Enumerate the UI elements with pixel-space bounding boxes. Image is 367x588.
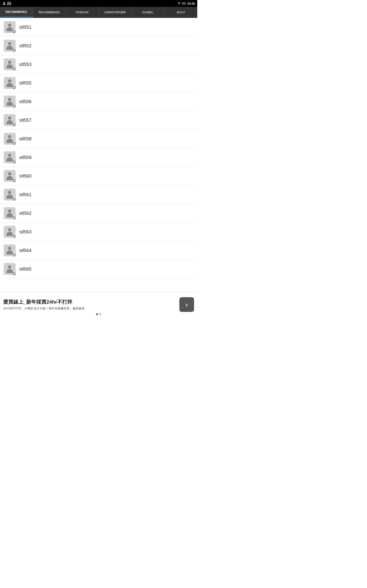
user-list: + stl551 + stl552 + stl553 + stl555 + st… <box>0 18 197 292</box>
ad-dot-1 <box>96 313 98 315</box>
status-bar: ! 23:20 <box>0 0 197 7</box>
ad-subtitle: 24小時不打烊，10萬紅包天天搶！過年在家瘋採買，越買越省 <box>3 306 176 311</box>
person-icon <box>6 228 14 236</box>
person-icon <box>6 97 14 106</box>
tab-christopher[interactable]: CHRISTOPHER <box>99 7 132 17</box>
ad-pagination-dots <box>96 313 101 315</box>
user-avatar: + <box>4 40 16 52</box>
add-user-icon: + <box>12 160 16 164</box>
user-list-item[interactable]: + stl560 <box>0 167 197 185</box>
user-name: stl559 <box>19 155 31 160</box>
user-list-item[interactable]: + stl559 <box>0 148 197 167</box>
svg-rect-10 <box>183 3 184 4</box>
add-user-icon: + <box>12 30 16 34</box>
add-user-icon: + <box>12 234 16 238</box>
add-user-icon: + <box>12 67 16 71</box>
ad-arrow-button[interactable]: › <box>179 297 194 312</box>
user-avatar: + <box>4 189 16 200</box>
person-icon <box>6 265 14 273</box>
user-avatar: + <box>4 133 16 145</box>
user-avatar: + <box>4 151 16 163</box>
user-avatar: + <box>4 21 16 33</box>
svg-rect-1 <box>4 3 4 5</box>
user-name: stl565 <box>19 267 31 272</box>
person-icon <box>6 23 14 31</box>
user-list-item[interactable]: + stl561 <box>0 185 197 204</box>
add-user-icon: + <box>12 141 16 145</box>
svg-point-5 <box>5 4 5 5</box>
user-name: stl555 <box>19 80 31 86</box>
person-icon <box>6 153 14 162</box>
ad-dot-2 <box>99 313 101 315</box>
add-user-icon: + <box>12 86 16 89</box>
user-avatar: + <box>4 244 16 256</box>
add-user-icon: + <box>12 123 16 127</box>
user-list-item[interactable]: + stl562 <box>0 204 197 223</box>
user-list-item[interactable]: + stl551 <box>0 18 197 36</box>
tab-recommend2[interactable]: RECOMMEND2 <box>33 7 66 17</box>
tab-bayu[interactable]: BAYU <box>165 7 198 17</box>
user-avatar: + <box>4 58 16 70</box>
tab-bar: RECOMMEND1 RECOMMEND2 XVESVIA CHRISTOPHE… <box>0 7 197 18</box>
user-list-item[interactable]: + stl553 <box>0 55 197 74</box>
user-list-item[interactable]: + stl558 <box>0 130 197 148</box>
tab-daniel[interactable]: DANIEL <box>132 7 165 17</box>
svg-text:!: ! <box>184 3 184 4</box>
image-icon <box>7 2 11 5</box>
person-icon <box>6 209 14 217</box>
tab-xvesvia[interactable]: XVESVIA <box>66 7 99 17</box>
tab-recommend1[interactable]: RECOMMEND1 <box>0 7 33 17</box>
user-avatar: + <box>4 77 16 89</box>
svg-point-4 <box>3 4 4 5</box>
person-icon <box>6 190 14 199</box>
user-name: stl557 <box>19 118 31 123</box>
user-name: stl561 <box>19 192 31 197</box>
person-icon <box>6 246 14 254</box>
person-icon <box>6 79 14 87</box>
user-name: stl560 <box>19 173 31 179</box>
ad-banner: 愛買線上_新年採買24hr不打烊 24小時不打烊，10萬紅包天天搶！過年在家瘋採… <box>0 292 197 317</box>
clock: 23:20 <box>187 2 195 5</box>
status-right-icons: ! 23:20 <box>177 2 195 5</box>
add-user-icon: + <box>12 179 16 182</box>
user-list-item[interactable]: + stl565 <box>0 260 197 278</box>
add-user-icon: + <box>12 272 16 275</box>
user-name: stl564 <box>19 248 31 253</box>
user-avatar: + <box>4 263 16 275</box>
svg-rect-9 <box>185 3 186 4</box>
ad-arrow-icon: › <box>186 301 188 308</box>
user-name: stl552 <box>19 43 31 48</box>
ad-content: 愛買線上_新年採買24hr不打烊 24小時不打烊，10萬紅包天天搶！過年在家瘋採… <box>0 296 179 313</box>
wifi-icon <box>177 2 181 5</box>
user-name: stl551 <box>19 25 31 30</box>
user-name: stl562 <box>19 211 31 216</box>
user-name: stl553 <box>19 62 31 67</box>
status-left-icons <box>2 2 11 5</box>
user-avatar: + <box>4 170 16 182</box>
svg-point-7 <box>8 3 9 3</box>
user-avatar: + <box>4 207 16 219</box>
add-user-icon: + <box>12 197 16 201</box>
user-avatar: + <box>4 226 16 238</box>
user-list-item[interactable]: + stl555 <box>0 74 197 92</box>
svg-rect-0 <box>4 2 5 3</box>
person-icon <box>6 116 14 124</box>
user-name: stl556 <box>19 99 31 104</box>
person-icon <box>6 60 14 69</box>
user-list-item[interactable]: + stl552 <box>0 36 197 55</box>
person-icon <box>6 42 14 50</box>
usb-icon <box>2 2 6 5</box>
person-icon <box>6 135 14 143</box>
battery-warning-icon: ! <box>182 2 186 5</box>
person-icon <box>6 172 14 180</box>
add-user-icon: + <box>12 216 16 220</box>
add-user-icon: + <box>12 104 16 108</box>
add-user-icon: + <box>12 48 16 52</box>
user-list-item[interactable]: + stl557 <box>0 111 197 130</box>
user-avatar: + <box>4 114 16 126</box>
user-list-item[interactable]: + stl564 <box>0 241 197 260</box>
ad-title: 愛買線上_新年採買24hr不打烊 <box>3 299 176 305</box>
user-list-item[interactable]: + stl556 <box>0 92 197 111</box>
user-list-item[interactable]: + stl563 <box>0 223 197 241</box>
add-user-icon: + <box>12 253 16 257</box>
